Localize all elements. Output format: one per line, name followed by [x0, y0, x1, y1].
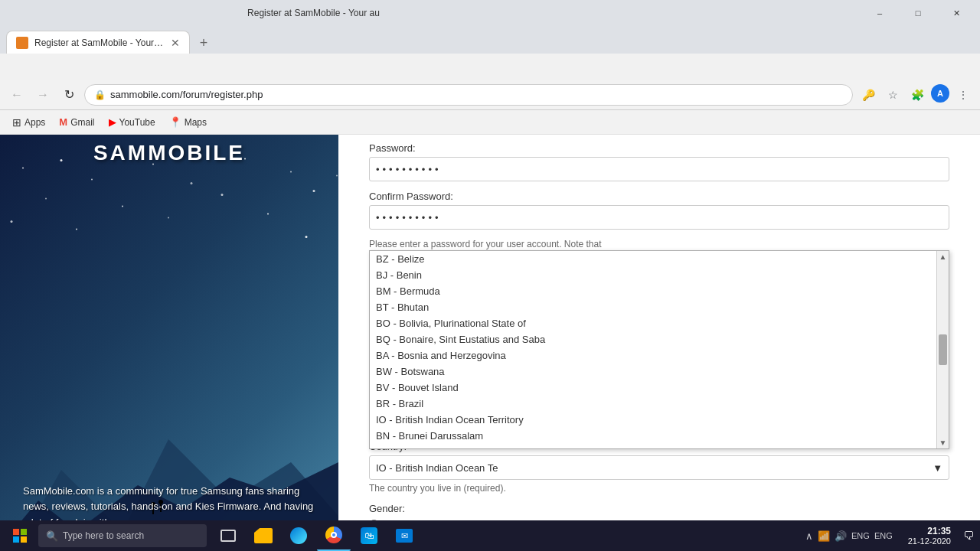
svg-point-5 — [191, 182, 193, 184]
left-panel: SAMMOBILE SamMobile.com is a community f… — [0, 135, 338, 551]
store-icon: 🛍 — [361, 527, 377, 544]
dropdown-item-br[interactable]: BR - Brazil — [370, 396, 949, 412]
svg-point-9 — [45, 197, 47, 199]
taskbar-edge[interactable] — [282, 520, 315, 551]
active-tab[interactable]: Register at SamMobile - Your au ✕ — [6, 31, 190, 54]
dropdown-item-bm[interactable]: BM - Bermuda — [370, 283, 949, 299]
dropdown-item-bw[interactable]: BW - Botswana — [370, 364, 949, 380]
speaker-icon[interactable]: 🔊 — [835, 530, 847, 542]
language-label[interactable]: ENG — [874, 531, 893, 540]
dropdown-item-bt[interactable]: BT - Bhutan — [370, 299, 949, 315]
minimize-button[interactable]: – — [862, 2, 897, 24]
svg-point-7 — [290, 171, 292, 172]
dropdown-item-bv[interactable]: BV - Bouvet Island — [370, 380, 949, 396]
svg-rect-27 — [21, 536, 27, 543]
maximize-button[interactable]: □ — [900, 2, 936, 24]
svg-point-16 — [168, 217, 169, 218]
confirm-password-label: Confirm Password: — [369, 191, 949, 202]
tab-favicon — [16, 37, 28, 49]
url-bar[interactable]: 🔒 sammobile.com/forum/register.php — [84, 84, 853, 106]
password-group: Password: — [369, 142, 949, 181]
extensions-icon[interactable]: 🧩 — [906, 84, 928, 106]
gmail-icon: M — [59, 116, 67, 128]
right-panel[interactable]: Password: Confirm Password: Please enter… — [338, 135, 980, 551]
gender-label: Gender: — [369, 503, 949, 514]
apps-label: Apps — [24, 117, 45, 128]
dropdown-item-ba[interactable]: BA - Bosnia and Herzegovina — [370, 347, 949, 364]
confirm-password-input[interactable] — [369, 205, 949, 230]
page-content: SAMMOBILE SamMobile.com is a community f… — [0, 135, 980, 551]
dropdown-item-bn[interactable]: BN - Brunei Darussalam — [370, 428, 949, 444]
scroll-up-arrow[interactable]: ▲ — [939, 253, 947, 261]
taskbar-right: ∧ 📶 🔊 ENG ENG 21:35 21-12-2020 🗨 — [799, 526, 977, 546]
svg-point-8 — [313, 190, 315, 192]
country-select[interactable]: IO - British Indian Ocean Te ▼ — [369, 455, 949, 480]
key-icon[interactable]: 🔑 — [858, 84, 879, 106]
dropdown-list: BZ - Belize BJ - Benin BM - Bermuda BT -… — [369, 250, 949, 449]
dropdown-item-bq[interactable]: BQ - Bonaire, Sint Eustatius and Saba — [370, 331, 949, 347]
svg-point-15 — [76, 228, 77, 230]
country-dropdown-container: BZ - Belize BJ - Benin BM - Bermuda BT -… — [369, 455, 949, 480]
taskbar-store[interactable]: 🛍 — [352, 520, 386, 551]
gmail-label: Gmail — [70, 117, 94, 128]
taskbar-chrome[interactable] — [317, 520, 351, 551]
password-hint: Please enter a password for your user ac… — [369, 239, 949, 249]
dropdown-item-bo[interactable]: BO - Bolivia, Plurinational State of — [370, 315, 949, 331]
svg-point-14 — [11, 220, 13, 223]
window-controls: – □ ✕ — [862, 2, 974, 24]
refresh-button[interactable]: ↻ — [58, 84, 80, 106]
menu-icon[interactable]: ⋮ — [952, 84, 974, 106]
svg-rect-24 — [13, 529, 19, 535]
taskbar-search-text: Type here to search — [63, 530, 144, 541]
scroll-down-arrow[interactable]: ▼ — [939, 439, 947, 447]
svg-point-17 — [305, 236, 308, 238]
battery-icon[interactable]: ENG — [851, 531, 870, 540]
dropdown-item-io[interactable]: IO - British Indian Ocean Territory — [370, 412, 949, 428]
password-input[interactable] — [369, 157, 949, 181]
network-icon[interactable]: 📶 — [818, 530, 830, 542]
tab-bar: Register at SamMobile - Your au ✕ + — [0, 26, 980, 54]
svg-point-11 — [221, 194, 224, 196]
bookmark-youtube[interactable]: ▶ YouTube — [103, 113, 162, 131]
clock[interactable]: 21:35 21-12-2020 — [902, 526, 957, 546]
taskbar-file-explorer[interactable] — [247, 520, 280, 551]
bookmark-gmail[interactable]: M Gmail — [53, 113, 100, 131]
stars-decoration — [0, 135, 338, 400]
notification-icon[interactable]: 🗨 — [960, 530, 977, 542]
forward-button[interactable]: → — [32, 84, 54, 106]
confirm-password-group: Confirm Password: — [369, 191, 949, 230]
star-icon[interactable]: ☆ — [882, 84, 903, 106]
bookmark-apps[interactable]: ⊞ Apps — [6, 113, 51, 132]
tab-close-icon[interactable]: ✕ — [171, 37, 180, 49]
svg-rect-0 — [0, 152, 338, 382]
close-button[interactable]: ✕ — [939, 2, 974, 24]
taskbar-search-box[interactable]: 🔍 Type here to search — [38, 524, 207, 547]
svg-point-3 — [91, 178, 93, 180]
dropdown-item-bz[interactable]: BZ - Belize — [370, 251, 949, 267]
clock-date: 21-12-2020 — [908, 536, 951, 546]
taskbar-task-view[interactable] — [211, 520, 245, 551]
task-view-icon — [220, 530, 236, 542]
dropdown-scrollbar[interactable]: ▲ ▼ — [936, 251, 949, 448]
dropdown-item-bg[interactable]: BG - Bulgaria — [370, 444, 949, 449]
avatar[interactable]: A — [931, 84, 949, 103]
bookmark-maps[interactable]: 📍 Maps — [163, 113, 213, 131]
back-button[interactable]: ← — [6, 84, 28, 106]
edge-icon — [290, 527, 307, 544]
address-bar: ← → ↻ 🔒 sammobile.com/forum/register.php… — [0, 80, 980, 110]
windows-icon — [13, 529, 27, 543]
country-hint: The country you live in (required). — [369, 483, 949, 494]
svg-point-2 — [60, 159, 63, 161]
svg-rect-25 — [21, 529, 27, 535]
window-title: Register at SamMobile - Your au — [247, 8, 380, 18]
svg-point-13 — [336, 174, 338, 176]
country-dropdown[interactable]: BZ - Belize BJ - Benin BM - Bermuda BT -… — [369, 250, 949, 449]
taskbar-mail[interactable]: ✉ — [387, 520, 421, 551]
toolbar-icons: 🔑 ☆ 🧩 A ⋮ — [858, 84, 974, 106]
url-text: sammobile.com/forum/register.php — [110, 89, 263, 100]
dropdown-item-bj[interactable]: BJ - Benin — [370, 267, 949, 283]
svg-point-12 — [267, 213, 269, 214]
new-tab-button[interactable]: + — [193, 32, 214, 54]
chevron-up-icon[interactable]: ∧ — [805, 530, 813, 542]
start-button[interactable] — [3, 520, 37, 551]
